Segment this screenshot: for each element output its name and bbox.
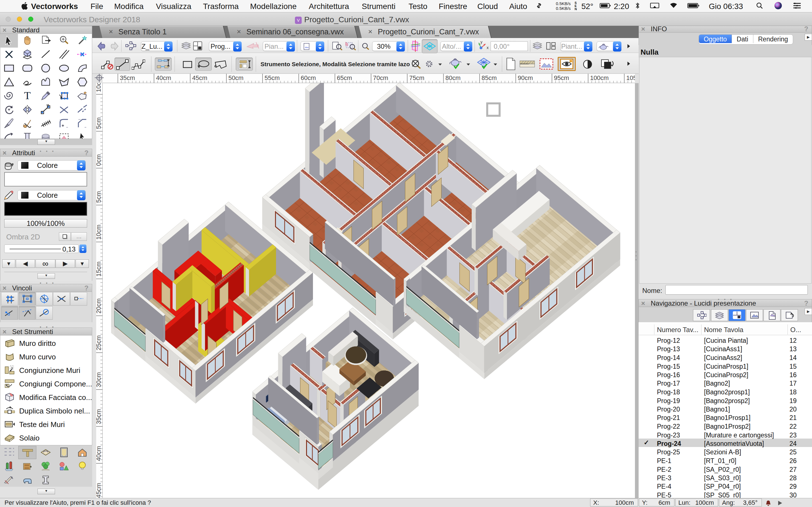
svg-text:5cm: 5cm [96, 117, 102, 129]
svg-text:5cm: 5cm [96, 191, 102, 203]
svg-text:75cm: 75cm [409, 74, 424, 81]
svg-text:20cm: 20cm [96, 298, 102, 314]
svg-text:25cm: 25cm [96, 335, 102, 350]
svg-text:100cm: 100cm [590, 74, 609, 81]
svg-text:55cm: 55cm [264, 74, 280, 81]
svg-text:45cm: 45cm [96, 483, 102, 498]
svg-text:70cm: 70cm [373, 74, 388, 81]
svg-text:40cm: 40cm [96, 446, 102, 461]
svg-text:30cm: 30cm [96, 372, 102, 387]
svg-text:95cm: 95cm [554, 74, 569, 81]
svg-text:0cm: 0cm [96, 154, 102, 166]
svg-text:45cm: 45cm [192, 74, 207, 81]
svg-text:85cm: 85cm [481, 74, 497, 81]
svg-text:80cm: 80cm [446, 74, 461, 81]
svg-text:50cm: 50cm [229, 74, 244, 81]
svg-text:x: x [487, 45, 489, 50]
svg-text:V: V [297, 18, 300, 22]
svg-text:T: T [24, 90, 31, 101]
svg-text:90cm: 90cm [518, 74, 533, 81]
svg-text:60cm: 60cm [301, 74, 316, 81]
svg-text:65cm: 65cm [337, 74, 352, 81]
svg-text:35cm: 35cm [120, 74, 135, 81]
svg-text:105cm: 105cm [626, 74, 635, 81]
svg-text:35cm: 35cm [96, 409, 102, 424]
svg-text:10cm: 10cm [96, 224, 102, 240]
svg-text:15cm: 15cm [96, 262, 102, 277]
svg-text:10cm: 10cm [96, 83, 102, 92]
svg-text:y: y [480, 41, 483, 44]
svg-text:40cm: 40cm [156, 74, 171, 81]
